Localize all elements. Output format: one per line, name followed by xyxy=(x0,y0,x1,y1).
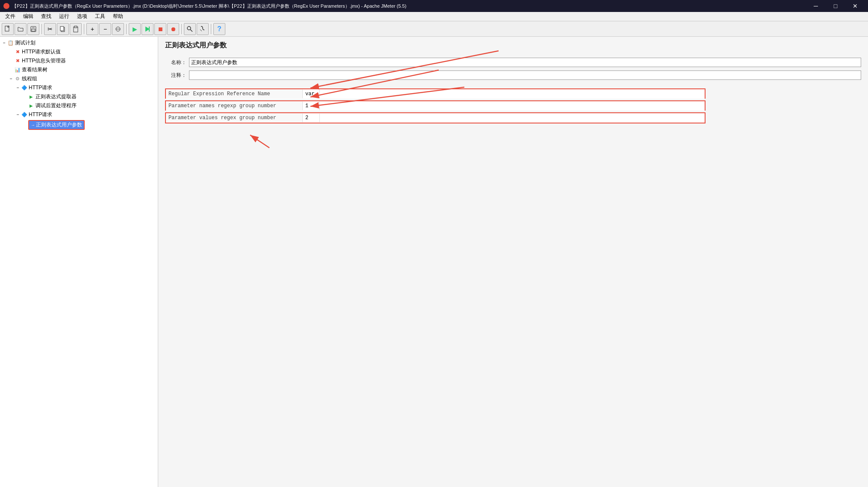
grid-row-3: Parameter values regex group number 2 xyxy=(166,113,705,123)
svg-line-16 xyxy=(310,51,499,88)
tree-node-http-request-1[interactable]: − 🔷 HTTP请求 xyxy=(0,83,158,92)
help-button[interactable]: ? xyxy=(213,23,225,35)
menu-help[interactable]: 帮助 xyxy=(109,12,127,21)
menu-bar: 文件 编辑 查找 运行 选项 工具 帮助 xyxy=(0,12,868,21)
svg-rect-2 xyxy=(32,26,35,28)
grid-value-1[interactable] xyxy=(320,93,705,95)
comment-row: 注释： xyxy=(165,70,861,80)
maximize-button[interactable]: □ xyxy=(826,0,845,12)
tree-node-regex-extractor[interactable]: ▶ 正则表达式提取器 xyxy=(0,92,158,101)
svg-point-12 xyxy=(187,26,191,30)
toggle-http-header xyxy=(9,59,14,64)
cut-button[interactable]: ✂ xyxy=(44,23,56,35)
sep1 xyxy=(41,24,42,34)
tree-node-debug-postprocessor[interactable]: ▶ 调试后置处理程序 xyxy=(0,101,158,110)
title-text: 【P22】正则表达式用户参数（RegEx User Parameters）.jm… xyxy=(12,3,406,9)
grid-badge-1: var xyxy=(303,90,320,98)
label-debug: 调试后置处理程序 xyxy=(35,102,77,109)
toggle-http-request-1[interactable]: − xyxy=(15,85,21,91)
menu-edit[interactable]: 编辑 xyxy=(20,12,37,21)
icon-regex-extractor: ▶ xyxy=(28,94,34,100)
save-button[interactable] xyxy=(27,23,39,35)
menu-find[interactable]: 查找 xyxy=(38,12,55,21)
shutdown-button[interactable]: ⏺ xyxy=(167,23,179,35)
sep3 xyxy=(126,24,127,34)
tree-container: − 📋 测试计划 ✖ HTTP请求默认值 ✖ HTTP信息头管理器 📊 查看结果… xyxy=(0,37,158,132)
paste-button[interactable] xyxy=(70,23,82,35)
label-test-plan: 测试计划 xyxy=(15,39,35,47)
toggle-test-plan[interactable]: − xyxy=(2,41,7,46)
icon-debug: ▶ xyxy=(28,103,34,109)
grid-row-2: Parameter names regexp group number 1 xyxy=(166,101,705,111)
grid-value-3[interactable] xyxy=(320,117,705,119)
toggle-debug xyxy=(22,103,27,109)
function-button[interactable] xyxy=(197,23,209,35)
start-no-pause-button[interactable] xyxy=(142,23,154,35)
tree-node-http-request-2[interactable]: − 🔷 HTTP请求 xyxy=(0,110,158,119)
tree-node-http-header[interactable]: ✖ HTTP信息头管理器 xyxy=(0,56,158,65)
grid-row-1-container: Regular Expression Reference Name var xyxy=(165,88,706,99)
toggle-regex-user-params xyxy=(22,123,27,128)
sep4 xyxy=(181,24,182,34)
expand-button[interactable]: + xyxy=(86,23,98,35)
app-icon xyxy=(3,3,9,9)
tree-node-http-default[interactable]: ✖ HTTP请求默认值 xyxy=(0,47,158,56)
icon-http-request-2: 🔷 xyxy=(21,112,27,118)
grid-badge-3: 2 xyxy=(303,114,320,122)
minimize-button[interactable]: ─ xyxy=(806,0,825,12)
copy-button[interactable] xyxy=(57,23,69,35)
menu-options[interactable]: 选项 xyxy=(74,12,91,21)
svg-line-14 xyxy=(200,29,202,31)
svg-rect-3 xyxy=(32,29,35,31)
sep5 xyxy=(211,24,211,34)
menu-tools[interactable]: 工具 xyxy=(92,12,109,21)
icon-regex-user-params: → xyxy=(31,123,35,127)
label-http-request-2: HTTP请求 xyxy=(29,111,52,118)
tree-node-thread-group[interactable]: − ⚙ 线程组 xyxy=(0,74,158,83)
close-button[interactable]: ✕ xyxy=(846,0,865,12)
toolbar: ✂ + − ▶ ⏹ ⏺ ? xyxy=(0,21,868,37)
toggle-button[interactable] xyxy=(112,23,124,35)
tree-arrow-svg xyxy=(171,122,278,156)
label-http-default: HTTP请求默认值 xyxy=(22,48,61,56)
toggle-http-default xyxy=(9,50,14,55)
label-regex-user-params: 正则表达式用户参数 xyxy=(36,121,82,129)
collapse-button[interactable]: − xyxy=(99,23,111,35)
toggle-view-result xyxy=(9,67,14,73)
tree-node-test-plan[interactable]: − 📋 测试计划 xyxy=(0,38,158,47)
label-thread-group: 线程组 xyxy=(22,75,37,82)
grid-row-1: Regular Expression Reference Name var xyxy=(166,89,705,99)
name-input[interactable] xyxy=(189,58,861,67)
svg-line-20 xyxy=(250,135,269,148)
sep2 xyxy=(84,24,84,34)
grid-row-2-container: Parameter names regexp group number 1 xyxy=(165,100,706,111)
tree-node-regex-user-params[interactable]: → 正则表达式用户参数 xyxy=(0,119,158,131)
right-panel: 正则表达式用户参数 名称： 注释： Regular Expression Ref… xyxy=(158,37,868,487)
label-regex-extractor: 正则表达式提取器 xyxy=(35,93,77,100)
label-http-request-1: HTTP请求 xyxy=(29,84,52,91)
label-http-header: HTTP信息头管理器 xyxy=(22,57,66,65)
comment-input[interactable] xyxy=(189,70,861,80)
grid-value-2[interactable] xyxy=(320,105,705,107)
run-button[interactable]: ▶ xyxy=(129,23,141,35)
menu-run[interactable]: 运行 xyxy=(56,12,73,21)
icon-test-plan: 📋 xyxy=(8,40,14,46)
toggle-regex-extractor xyxy=(22,94,27,100)
stop-button[interactable]: ⏹ xyxy=(154,23,166,35)
toggle-http-request-2[interactable]: − xyxy=(15,112,21,117)
comment-label: 注释： xyxy=(165,72,186,79)
menu-file[interactable]: 文件 xyxy=(2,12,19,21)
grid-label-2: Parameter names regexp group number xyxy=(166,102,303,110)
grid-badge-2: 1 xyxy=(303,102,320,110)
tree-node-view-result[interactable]: 📊 查看结果树 xyxy=(0,65,158,74)
icon-http-request-1: 🔷 xyxy=(21,85,27,91)
search-button[interactable] xyxy=(184,23,196,35)
open-button[interactable] xyxy=(15,23,27,35)
toggle-thread-group[interactable]: − xyxy=(9,76,14,82)
icon-http-header: ✖ xyxy=(15,58,21,64)
name-label: 名称： xyxy=(165,59,186,66)
new-button[interactable] xyxy=(2,23,14,35)
icon-view-result: 📊 xyxy=(15,67,21,73)
name-row: 名称： xyxy=(165,58,861,67)
grid-label-1: Regular Expression Reference Name xyxy=(166,90,303,98)
